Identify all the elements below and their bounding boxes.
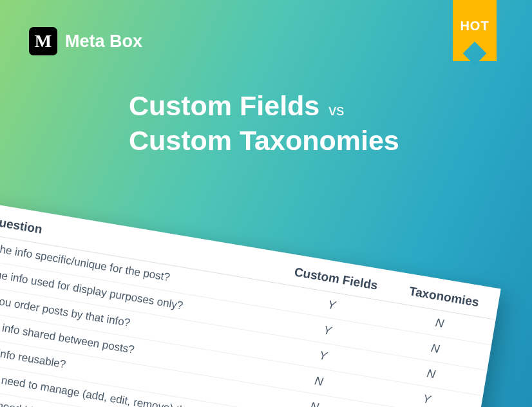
title-vs: vs [328,100,344,120]
title-line2: Custom Taxonomies [129,124,399,158]
logo-text: Meta Box [65,32,142,52]
badge-label: HOT [460,19,489,33]
logo-mark-icon: M [29,27,57,55]
comparison-table: Question Custom Fields Taxonomies Is the… [0,193,501,407]
hot-badge: HOT [453,0,497,61]
page-title: Custom Fields vs Custom Taxonomies [129,89,399,158]
brand-logo: M Meta Box [29,27,142,55]
title-line1: Custom Fields [129,89,319,124]
